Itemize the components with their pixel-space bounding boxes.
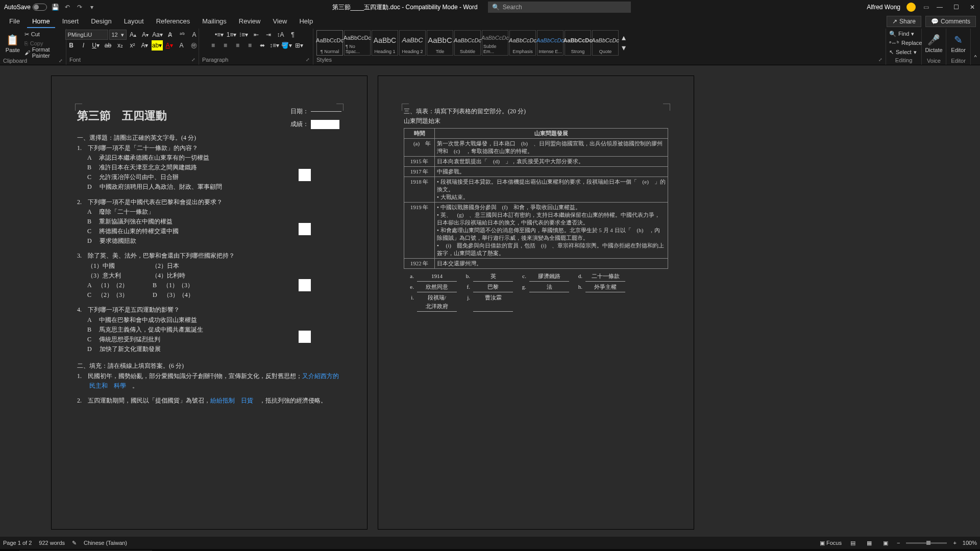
highlight-button[interactable]: ab▾ [152,40,163,51]
find-button[interactable]: 🔍Find▾ [889,30,922,38]
minimize-button[interactable]: — [936,4,943,11]
style-strong[interactable]: AaBbCcDcStrong [565,30,591,56]
clear-formatting-button[interactable]: A̷ [164,30,176,40]
share-button[interactable]: ↗Share [887,16,921,27]
increase-indent-button[interactable]: ⇥ [263,30,274,40]
style-normal[interactable]: AaBbCcDc¶ Normal [316,30,343,56]
spellcheck-icon[interactable]: ✎ [72,540,77,546]
maximize-button[interactable]: ☐ [952,4,960,11]
ribbon-display-icon[interactable]: ▭ [922,3,930,11]
tab-layout[interactable]: Layout [119,15,149,28]
tab-mailings[interactable]: Mailings [197,15,232,28]
numbering-button[interactable]: 1≡▾ [226,30,237,40]
character-shading-button[interactable]: A [176,40,187,51]
start-button[interactable]: ⊞ [0,549,18,551]
style-subtle-emphasis[interactable]: AaBbCcDcSubtle Em... [482,30,508,56]
tab-references[interactable]: References [151,15,195,28]
tab-file[interactable]: File [4,15,25,28]
italic-button[interactable]: I [78,40,89,51]
save-icon[interactable]: 💾 [51,3,59,11]
style-emphasis[interactable]: AaBbCcDcEmphasis [509,30,536,56]
select-button[interactable]: ↖Select▾ [889,48,922,56]
strikethrough-button[interactable]: ab [103,40,114,51]
decrease-indent-button[interactable]: ⇤ [251,30,262,40]
tab-insert[interactable]: Insert [57,15,84,28]
zoom-out-button[interactable]: − [897,540,900,546]
style-heading2[interactable]: AaBbCHeading 2 [399,30,426,56]
shading-button[interactable]: 🪣▾ [281,40,292,51]
undo-icon[interactable]: ↶ [63,3,71,11]
replace-button[interactable]: ᵃ↔ᵇReplace [889,39,922,47]
format-painter-button[interactable]: 🖌Format Painter [24,48,63,57]
styles-launcher-icon[interactable]: ⤢ [878,57,883,62]
style-subtitle[interactable]: AaBbCcDcSubtitle [454,30,481,56]
close-button[interactable]: ✕ [969,4,976,11]
clipboard-launcher-icon[interactable]: ⤢ [59,58,63,63]
character-border-button[interactable]: A [189,30,200,40]
distributed-button[interactable]: ⬌ [257,40,268,51]
text-effects-button[interactable]: A▾ [139,40,151,51]
focus-mode-button[interactable]: ▣ Focus [820,540,842,546]
font-size-selector[interactable]: 12▾ [109,30,127,40]
user-name[interactable]: Alfred Wong [867,4,900,11]
zoom-slider[interactable] [906,542,947,544]
align-center-button[interactable]: ≡ [220,40,231,51]
tell-me-search[interactable]: 🔍 Search [488,2,631,13]
multilevel-list-button[interactable]: ⁝≡▾ [238,30,250,40]
sort-button[interactable]: ↕A [275,30,286,40]
comments-button[interactable]: 💬Comments [925,16,976,27]
style-title[interactable]: AaBbCTitle [427,30,453,56]
tab-design[interactable]: Design [86,15,116,28]
grow-font-button[interactable]: A▴ [128,30,139,40]
superscript-button[interactable]: x² [127,40,138,51]
paragraph-launcher-icon[interactable]: ⤢ [306,57,310,62]
align-right-button[interactable]: ≡ [232,40,243,51]
style-quote[interactable]: AaBbCcDcQuote [592,30,619,56]
zoom-level[interactable]: 100% [963,540,977,546]
style-nospacing[interactable]: AaBbCcDc¶ No Spac... [344,30,371,56]
paste-button[interactable]: 📋Paste [3,30,22,57]
word-count[interactable]: 922 words [39,540,65,546]
phonetic-guide-button[interactable]: ᵃᵇ [177,30,188,40]
tab-view[interactable]: View [267,15,292,28]
tab-review[interactable]: Review [234,15,266,28]
style-intense-emphasis[interactable]: AaBbCcDcIntense E... [537,30,564,56]
language-indicator[interactable]: Chinese (Taiwan) [84,540,127,546]
align-left-button[interactable]: ≡ [208,40,219,51]
web-layout-button[interactable]: ▣ [880,539,891,547]
font-color-button[interactable]: A▾ [164,40,175,51]
document-area[interactable]: 第三節 五四運動 日期： 成績： 一、選擇題：請圈出正確的英文字母。(4 分) … [0,65,980,537]
subscript-button[interactable]: x₂ [115,40,126,51]
borders-button[interactable]: ⊞▾ [293,40,305,51]
styles-more-button[interactable]: ▴ ▾ [622,33,626,53]
font-name-selector[interactable]: PMingLiU [65,30,108,40]
tab-home[interactable]: Home [27,15,55,28]
page-2[interactable]: 三、填表：填寫下列表格的留空部分。(20 分) 山東問題始末 時間山東問題發展 … [378,76,694,530]
styles-gallery[interactable]: AaBbCcDc¶ Normal AaBbCcDc¶ No Spac... Aa… [316,30,619,56]
customize-qat-icon[interactable]: ▾ [88,3,96,11]
font-launcher-icon[interactable]: ⤢ [191,57,195,62]
bold-button[interactable]: B [66,40,77,51]
cut-button[interactable]: ✂Cut [24,30,63,39]
bullets-button[interactable]: •≡▾ [214,30,225,40]
print-layout-button[interactable]: ▦ [864,539,874,547]
style-heading1[interactable]: AaBbCHeading 1 [372,30,398,56]
shrink-font-button[interactable]: A▾ [140,30,151,40]
autosave-toggle[interactable]: AutoSave [4,4,47,11]
collapse-ribbon-button[interactable]: ˄ [971,29,980,65]
underline-button[interactable]: U▾ [90,40,102,51]
dictate-button[interactable]: 🎤Dictate [925,30,943,57]
show-marks-button[interactable]: ¶ [287,30,299,40]
editor-button[interactable]: ✎Editor [949,30,967,57]
justify-button[interactable]: ≡ [244,40,256,51]
enclose-chars-button[interactable]: ㊕ [188,40,200,51]
page-1[interactable]: 第三節 五四運動 日期： 成績： 一、選擇題：請圈出正確的英文字母。(4 分) … [51,76,368,530]
redo-icon[interactable]: ↷ [76,3,84,11]
change-case-button[interactable]: Aa▾ [152,30,163,40]
line-spacing-button[interactable]: ↕≡▾ [269,40,280,51]
zoom-in-button[interactable]: + [953,540,956,546]
read-mode-button[interactable]: ▤ [848,539,858,547]
tab-help[interactable]: Help [294,15,318,28]
user-avatar-icon[interactable] [906,3,916,12]
page-indicator[interactable]: Page 1 of 2 [3,540,32,546]
